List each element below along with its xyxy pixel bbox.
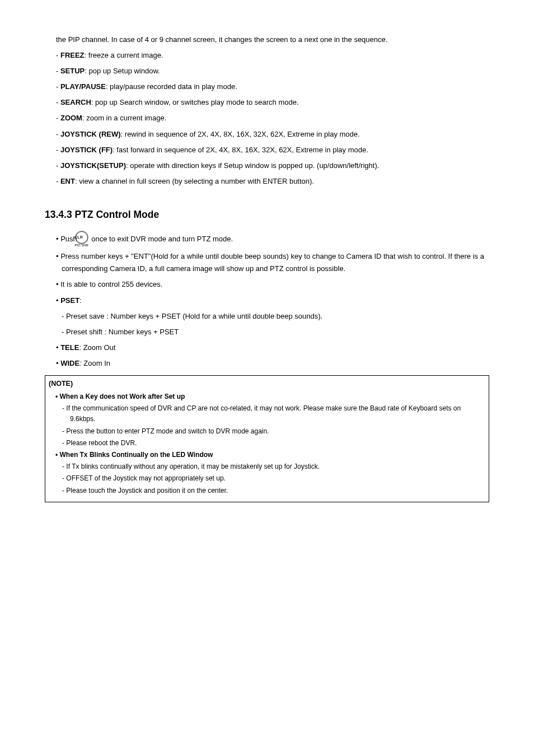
bullet-press-text: Press number keys + "ENT"(Hold for a whi… [60, 252, 484, 273]
tele-line: • TELE: Zoom Out [56, 342, 489, 354]
note-g1-1-text: If the communication speed of DVR and CP… [66, 404, 461, 423]
pset-sub-shift: - Preset shift : Number keys + PSET [56, 326, 489, 338]
desc-freez: : freeze a current image. [85, 51, 163, 59]
pset-sub-save: - Preset save : Number keys + PSET (Hold… [56, 310, 489, 323]
pset-sub-save-text: Preset save : Number keys + PSET (Hold f… [66, 312, 322, 320]
key-setup: SETUP [60, 67, 85, 75]
item-zoom: - ZOOM: zoom in a current image. [56, 112, 489, 124]
key-ff: JOYSTICK (FF) [60, 146, 113, 154]
desc-ent: : view a channel in full screen (by sele… [75, 177, 314, 185]
note-g2-1: - If Tx blinks continually without any o… [62, 461, 485, 472]
key-rew: JOYSTICK (REW) [60, 130, 121, 138]
note-group2-head: • When Tx Blinks Continually on the LED … [55, 450, 485, 460]
desc-ff: : fast forward in sequence of 2X, 4X, 8X… [113, 146, 368, 154]
bullet-press: • Press number keys + "ENT"(Hold for a w… [56, 250, 489, 275]
item-freez: - FREEZ: freeze a current image. [56, 49, 489, 62]
note-group1-head-text: When a Key does not Work after Set up [60, 393, 185, 400]
key-playpause: PLAY/PAUSE [60, 82, 106, 91]
note-g2-2: - OFFSET of the Joystick may not appropr… [62, 473, 485, 484]
note-g2-3: - Please touch the Joystick and position… [62, 486, 485, 496]
tele-key: TELE [60, 343, 79, 352]
desc-playpause: : play/pause recorded data in play mode. [106, 82, 237, 91]
note-title: (NOTE) [49, 378, 485, 389]
note-g1-2-text: Press the button to enter PTZ mode and s… [66, 427, 269, 435]
desc-rew: : rewind in sequence of 2X, 4X, 8X, 16X,… [121, 130, 360, 138]
desc-zoom: : zoom in a current image. [82, 114, 166, 122]
note-g2-1-text: If Tx blinks continually without any ope… [66, 463, 320, 470]
pset-sub-shift-text: Preset shift : Number keys + PSET [66, 328, 179, 336]
note-g1-3-text: Please reboot the DVR. [66, 439, 137, 447]
tele-desc: : Zoom Out [79, 343, 115, 352]
note-group1-head: • When a Key does not Work after Set up [55, 391, 485, 402]
note-g1-2: - Press the button to enter PTZ mode and… [62, 426, 485, 437]
item-rew: - JOYSTICK (REW): rewind in sequence of … [56, 128, 489, 141]
push-post: once to exit DVR mode and turn PTZ mode. [91, 235, 233, 243]
desc-setup: : pop up Setup window. [85, 67, 160, 75]
pset-line: • PSET: [56, 295, 489, 307]
note-g2-2-text: OFFSET of the Joystick may not appropria… [66, 474, 226, 482]
key-ent: ENT [60, 177, 75, 185]
section-heading: 13.4.3 PTZ Control Mode [45, 207, 489, 223]
wide-key: WIDE [60, 359, 79, 367]
note-g2-3-text: Please touch the Joystick and position i… [66, 487, 228, 494]
pset-colon: : [79, 296, 82, 305]
key-zoom: ZOOM [60, 114, 82, 122]
item-setup: - SETUP: pop up Setup window. [56, 65, 489, 77]
clr-icon-sub: PTZ / DVR [80, 244, 88, 247]
bullet-255: • It is able to control 255 devices. [56, 278, 489, 291]
clr-icon-circle: CLR [76, 231, 88, 244]
item-joysetup: - JOYSTICK(SETUP): operate with directio… [56, 160, 489, 172]
item-ent: - ENT: view a channel in full screen (by… [56, 175, 489, 188]
key-search: SEARCH [60, 98, 91, 106]
clr-button-icon: CLR PTZ / DVR [79, 231, 89, 247]
note-g1-1: - If the communication speed of DVR and … [62, 403, 485, 424]
push-line: • Push CLR PTZ / DVR once to exit DVR mo… [56, 231, 489, 248]
desc-joysetup: : operate with direction keys if Setup w… [126, 161, 379, 170]
pset-key: PSET [60, 296, 79, 305]
key-joysetup: JOYSTICK(SETUP) [60, 161, 126, 170]
note-g1-3: - Please reboot the DVR. [62, 438, 485, 449]
item-search: - SEARCH: pop up Search window, or switc… [56, 96, 489, 109]
wide-desc: : Zoom In [79, 359, 110, 367]
note-group2-head-text: When Tx Blinks Continually on the LED Wi… [60, 451, 213, 459]
item-playpause: - PLAY/PAUSE: play/pause recorded data i… [56, 81, 489, 93]
wide-line: • WIDE: Zoom In [56, 357, 489, 370]
key-freez: FREEZ [60, 51, 85, 59]
bullet-255-text: It is able to control 255 devices. [60, 280, 162, 288]
desc-search: : pop up Search window, or switches play… [91, 98, 299, 106]
pip-line: the PIP channel. In case of 4 or 9 chann… [56, 34, 489, 46]
note-box: (NOTE) • When a Key does not Work after … [45, 375, 489, 502]
item-ff: - JOYSTICK (FF): fast forward in sequenc… [56, 144, 489, 156]
